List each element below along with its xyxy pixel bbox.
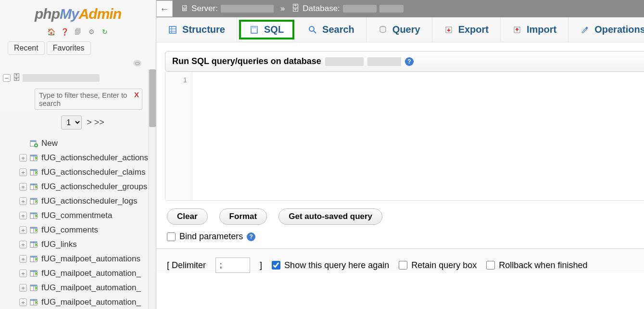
table-icon bbox=[30, 255, 38, 263]
table-name: fUG_mailpoet_automation_ bbox=[41, 297, 141, 307]
tab-operations[interactable]: Operations bbox=[568, 17, 644, 42]
table-row[interactable]: +fUG_actionscheduler_actions bbox=[19, 151, 148, 165]
sql-action-buttons: Clear Format Get auto-saved query bbox=[165, 201, 644, 230]
help-icon[interactable]: ❓ bbox=[60, 27, 69, 37]
table-row[interactable]: +fUG_mailpoet_automation_ bbox=[19, 281, 148, 295]
database-name[interactable] bbox=[23, 74, 100, 82]
expand-icon[interactable]: + bbox=[19, 212, 27, 219]
delimiter-close: ] bbox=[260, 260, 262, 270]
page-next-button[interactable]: > >> bbox=[87, 117, 104, 128]
table-name: fUG_mailpoet_automation_ bbox=[41, 269, 141, 278]
retain-option[interactable]: Retain query box bbox=[399, 260, 477, 270]
table-icon bbox=[30, 270, 38, 277]
tab-label: SQL bbox=[264, 24, 284, 35]
expand-icon[interactable]: + bbox=[19, 168, 27, 176]
table-icon bbox=[30, 212, 38, 219]
collapse-icon[interactable]: − bbox=[3, 74, 11, 82]
rollback-option[interactable]: Rollback when finished bbox=[486, 260, 587, 270]
line-number-1: 1 bbox=[165, 76, 187, 84]
page-select[interactable]: 1 bbox=[61, 116, 82, 129]
docs-icon[interactable]: 🗐 bbox=[73, 27, 83, 37]
breadcrumb-database[interactable]: 🗄 Database: bbox=[288, 4, 407, 13]
format-button[interactable]: Format bbox=[219, 208, 267, 225]
table-row[interactable]: +fUG_actionscheduler_logs bbox=[19, 194, 148, 208]
reload-icon[interactable]: ↻ bbox=[100, 27, 110, 37]
expand-icon[interactable]: + bbox=[19, 154, 27, 162]
collapse-link-icon[interactable]: ⬭ bbox=[133, 60, 141, 66]
svg-line-43 bbox=[314, 31, 316, 33]
editor-gutter: 1 bbox=[165, 72, 192, 200]
help-icon[interactable]: ? bbox=[247, 232, 255, 241]
expand-icon[interactable]: + bbox=[19, 226, 27, 234]
recent-button[interactable]: Recent bbox=[8, 41, 45, 55]
show-again-checkbox[interactable] bbox=[272, 261, 280, 270]
expand-icon[interactable]: + bbox=[19, 255, 27, 263]
table-row[interactable]: +fUG_actionscheduler_claims bbox=[19, 165, 148, 180]
retain-checkbox[interactable] bbox=[399, 261, 407, 270]
svg-point-42 bbox=[309, 26, 314, 31]
table-row[interactable]: +fUG_mailpoet_automation_ bbox=[19, 266, 148, 281]
get-autosaved-button[interactable]: Get auto-saved query bbox=[278, 208, 382, 225]
svg-rect-41 bbox=[251, 26, 257, 28]
bind-params-checkbox[interactable] bbox=[167, 232, 176, 241]
db-row[interactable]: − 🗄 bbox=[3, 72, 148, 87]
sidebar-scrollbar[interactable] bbox=[148, 69, 156, 309]
table-name: fUG_mailpoet_automations bbox=[41, 254, 140, 264]
back-button[interactable]: ← bbox=[156, 0, 173, 17]
clear-filter-icon[interactable]: X bbox=[134, 90, 139, 99]
table-filter-input[interactable]: Type to filter these, Enter to search X bbox=[35, 89, 142, 110]
scrollbar-thumb[interactable] bbox=[149, 69, 156, 127]
expand-icon[interactable]: + bbox=[19, 270, 27, 277]
delimiter-input[interactable] bbox=[215, 258, 250, 273]
logo-part-admin: Admin bbox=[79, 6, 121, 22]
expand-icon[interactable]: + bbox=[19, 197, 27, 205]
tab-import[interactable]: Import bbox=[501, 17, 568, 42]
server-name bbox=[221, 5, 274, 13]
filter-placeholder: Type to filter these, Enter to search bbox=[39, 91, 127, 107]
table-row[interactable]: +fUG_mailpoet_automations bbox=[19, 252, 148, 266]
sql-content: Run SQL query/queries on database ? 1 Cl… bbox=[156, 42, 644, 309]
editor-textarea[interactable] bbox=[192, 72, 644, 200]
tab-export[interactable]: Export bbox=[432, 17, 501, 42]
expand-icon[interactable]: + bbox=[19, 241, 27, 248]
table-icon bbox=[30, 154, 38, 162]
table-row[interactable]: +fUG_mailpoet_automation_ bbox=[19, 295, 148, 309]
tab-sql[interactable]: SQL bbox=[239, 20, 294, 39]
table-row[interactable]: +fUG_links bbox=[19, 237, 148, 252]
breadcrumb-server[interactable]: 🖥 Server: bbox=[177, 4, 278, 13]
show-again-label: Show this query here again bbox=[284, 260, 389, 270]
rollback-checkbox[interactable] bbox=[486, 261, 495, 270]
expand-icon[interactable]: + bbox=[19, 183, 27, 191]
tab-query[interactable]: Query bbox=[366, 17, 432, 42]
tab-search[interactable]: Search bbox=[296, 17, 366, 42]
database-name-1 bbox=[343, 5, 377, 13]
settings-icon[interactable]: ⚙ bbox=[87, 27, 96, 37]
home-icon[interactable]: 🏠 bbox=[46, 27, 56, 37]
expand-icon[interactable]: + bbox=[19, 298, 27, 306]
table-name: fUG_actionscheduler_actions bbox=[41, 153, 148, 163]
tab-structure[interactable]: Structure bbox=[156, 17, 237, 42]
tab-label: Query bbox=[392, 24, 420, 35]
show-again-option[interactable]: Show this query here again bbox=[272, 260, 389, 270]
bind-params-label: Bind parameters bbox=[179, 232, 243, 242]
favorites-button[interactable]: Favorites bbox=[47, 41, 91, 55]
table-row[interactable]: +fUG_commentmeta bbox=[19, 208, 148, 223]
top-tabs: StructureSQLSearchQueryExportImportOpera… bbox=[156, 17, 644, 42]
table-icon bbox=[30, 298, 38, 306]
help-icon[interactable]: ? bbox=[405, 57, 414, 66]
new-label: New bbox=[41, 139, 58, 148]
tab-label: Structure bbox=[182, 24, 225, 35]
expand-icon[interactable]: + bbox=[19, 284, 27, 292]
new-table-link[interactable]: New bbox=[19, 136, 148, 151]
sidebar-toolbar: 🏠 ❓ 🗐 ⚙ ↻ bbox=[0, 25, 156, 41]
table-row[interactable]: +fUG_comments bbox=[19, 223, 148, 237]
table-name: fUG_actionscheduler_groups bbox=[41, 182, 147, 192]
recent-favorites-tabs: Recent Favorites bbox=[0, 41, 156, 59]
logo[interactable]: phpMyAdmin bbox=[0, 0, 156, 25]
sql-editor[interactable]: 1 bbox=[165, 72, 644, 201]
clear-button[interactable]: Clear bbox=[167, 208, 208, 225]
table-row[interactable]: +fUG_actionscheduler_groups bbox=[19, 180, 148, 194]
new-icon bbox=[30, 140, 38, 147]
tab-label: Import bbox=[527, 24, 556, 35]
sql-panel-header: Run SQL query/queries on database ? bbox=[165, 51, 644, 72]
